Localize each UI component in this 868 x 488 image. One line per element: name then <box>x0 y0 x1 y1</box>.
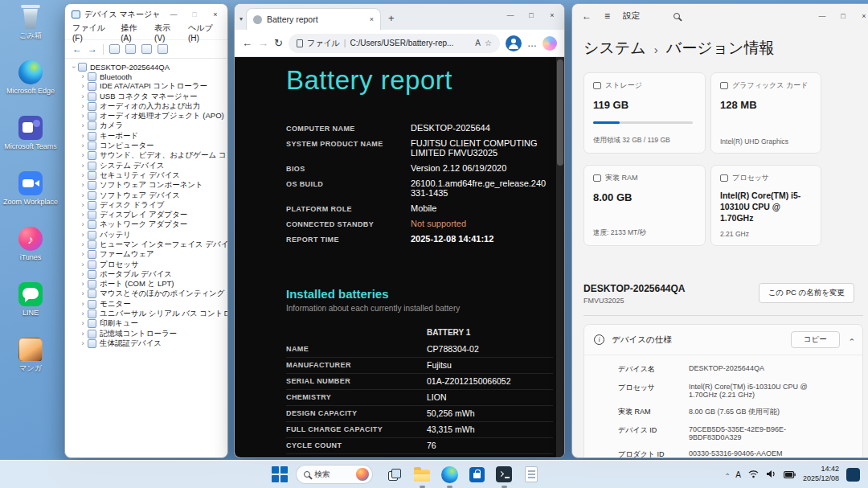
close-button[interactable]: × <box>542 6 563 24</box>
tray-overflow-chevron-icon[interactable]: › <box>723 474 731 476</box>
tree-item[interactable]: ›キーボード <box>69 131 227 141</box>
tree-item[interactable]: ›システム デバイス <box>69 161 227 170</box>
tree-root[interactable]: › DESKTOP-2025644QA <box>69 62 227 72</box>
scrollbar[interactable] <box>556 57 564 457</box>
desktop-icon-zoom[interactable]: Zoom Workplace <box>2 171 59 227</box>
tree-item[interactable]: ›プロセッサ <box>69 260 227 269</box>
task-view-button[interactable] <box>385 465 405 485</box>
tree-item[interactable]: ›ソフトウェア デバイス <box>69 191 227 200</box>
console-tree-icon[interactable] <box>109 44 120 54</box>
copy-button[interactable]: コピー <box>791 331 840 348</box>
taskbar-search[interactable]: 検索 <box>296 465 373 484</box>
browser-tab[interactable]: Battery report × <box>246 8 381 30</box>
tree-item[interactable]: ›バッテリ <box>69 230 227 240</box>
chevron-up-icon[interactable]: › <box>847 338 856 341</box>
tree-item[interactable]: ›ネットワーク アダプター <box>69 220 227 230</box>
ime-indicator[interactable]: A <box>735 470 741 479</box>
tree-item[interactable]: ›オーディオの入力および出力 <box>69 101 227 111</box>
back-icon[interactable]: ← <box>582 10 592 22</box>
forward-icon[interactable]: → <box>88 43 97 55</box>
scrollbar-thumb[interactable] <box>557 59 563 166</box>
tree-item[interactable]: ›ユニバーサル シリアル バス コントローラー <box>69 309 227 318</box>
tree-expand-icon[interactable]: › <box>79 290 87 297</box>
tree-expand-icon[interactable]: › <box>79 330 87 338</box>
refresh-icon[interactable]: ↻ <box>274 37 283 49</box>
tree-item[interactable]: ›セキュリティ デバイス <box>69 170 227 180</box>
tree-expand-icon[interactable]: › <box>79 182 87 189</box>
menu-action[interactable]: 操作(A) <box>117 22 149 43</box>
help-icon[interactable] <box>141 44 152 54</box>
tree-expand-icon[interactable]: › <box>79 83 87 90</box>
wifi-icon[interactable] <box>748 467 759 482</box>
tree-expand-icon[interactable]: › <box>79 133 87 140</box>
menu-file[interactable]: ファイル(F) <box>68 22 115 43</box>
desktop-icon-line[interactable]: LINE <box>2 282 59 338</box>
maximize-button[interactable]: □ <box>521 6 542 24</box>
nav-menu-icon[interactable]: ≡ <box>604 10 610 22</box>
tree-expand-icon[interactable]: › <box>79 340 87 347</box>
tree-expand-icon[interactable]: › <box>79 113 87 120</box>
tree-item[interactable]: ›ディスプレイ アダプター <box>69 210 227 219</box>
tree-item[interactable]: ›ポート (COM と LPT) <box>69 280 227 289</box>
tree-expand-icon[interactable]: › <box>79 232 87 239</box>
tree-item[interactable]: ›ファームウェア <box>69 250 227 260</box>
desktop-icon-recycle-bin[interactable]: ごみ箱 <box>2 5 59 60</box>
tree-item[interactable]: ›IDE ATA/ATAPI コントローラー <box>69 82 227 92</box>
tree-item[interactable]: ›オーディオ処理オブジェクト (APO) <box>69 111 227 121</box>
tree-item[interactable]: ›カメラ <box>69 121 227 131</box>
tree-item[interactable]: ›モニター <box>69 299 227 309</box>
menu-help[interactable]: ヘルプ(H) <box>184 22 224 43</box>
tree-expand-icon[interactable]: › <box>79 152 87 159</box>
tree-expand-icon[interactable]: › <box>79 192 87 199</box>
tree-item[interactable]: ›印刷キュー <box>69 319 227 329</box>
back-icon[interactable]: ← <box>242 37 252 49</box>
tree-item[interactable]: ›記憶域コントローラー <box>69 329 227 338</box>
notepad-button[interactable] <box>522 465 542 485</box>
tab-actions-icon[interactable]: ▾ <box>240 15 243 23</box>
tree-item[interactable]: ›ディスク ドライブ <box>69 200 227 210</box>
tree-item[interactable]: ›サウンド、ビデオ、およびゲーム コントローラー <box>69 151 227 161</box>
back-icon[interactable]: ← <box>72 43 82 55</box>
tree-expand-icon[interactable]: › <box>79 261 87 269</box>
forward-icon[interactable]: → <box>258 37 268 49</box>
tree-expand-icon[interactable]: › <box>79 271 87 278</box>
notification-center-icon[interactable] <box>846 468 860 482</box>
desktop-icon-teams[interactable]: Microsoft Teams <box>2 116 59 171</box>
desktop-icon-manga-app[interactable]: マンガ <box>2 338 59 393</box>
search-icon[interactable] <box>674 13 680 19</box>
tree-item[interactable]: ›Bluetooth <box>69 72 227 81</box>
tree-expand-icon[interactable]: › <box>79 202 87 209</box>
minimize-button[interactable]: — <box>812 7 833 25</box>
store-button[interactable] <box>467 465 487 485</box>
close-button[interactable]: × <box>854 7 868 25</box>
tree-expand-icon[interactable]: › <box>79 162 87 170</box>
address-bar[interactable]: ファイル | C:/Users/USER/battery-rep... A ☆ <box>289 34 500 53</box>
tree-expand-icon[interactable]: › <box>79 310 87 318</box>
profile-avatar[interactable] <box>506 35 522 51</box>
tree-expand-icon[interactable]: › <box>79 142 87 150</box>
file-explorer-button[interactable] <box>412 465 432 485</box>
clock[interactable]: 14:42 2025/12/08 <box>803 465 839 483</box>
tree-expand-icon[interactable]: › <box>79 93 87 100</box>
tree-expand-icon[interactable]: › <box>79 211 87 219</box>
desktop-icon-itunes[interactable]: ♪ iTunes <box>2 227 59 282</box>
more-menu-icon[interactable]: … <box>527 38 537 49</box>
tree-expand-icon[interactable]: › <box>79 320 87 327</box>
menu-view[interactable]: 表示(V) <box>150 22 182 43</box>
rename-pc-button[interactable]: この PC の名前を変更 <box>759 283 854 303</box>
settings-titlebar[interactable]: ← ≡ 設定 — □ × <box>572 4 868 28</box>
tree-item[interactable]: ›マウスとそのほかのポインティング デバイス <box>69 289 227 299</box>
tree-item[interactable]: ›コンピューター <box>69 141 227 150</box>
tree-expand-icon[interactable]: › <box>79 103 87 110</box>
tree-expand-icon[interactable]: › <box>79 221 87 228</box>
tree-item[interactable]: ›ポータブル デバイス <box>69 269 227 279</box>
minimize-button[interactable]: — <box>500 6 521 24</box>
properties-icon[interactable] <box>125 44 136 54</box>
maximize-button[interactable]: □ <box>833 7 854 25</box>
tree-expand-icon[interactable]: › <box>79 73 87 80</box>
tree-item[interactable]: ›生体認証デバイス <box>69 338 227 348</box>
copilot-icon[interactable] <box>542 36 557 51</box>
tree-expand-icon[interactable]: › <box>79 122 87 129</box>
device-spec-header[interactable]: i デバイスの仕様 コピー › <box>584 325 862 355</box>
tree-expand-icon[interactable]: › <box>79 301 87 308</box>
